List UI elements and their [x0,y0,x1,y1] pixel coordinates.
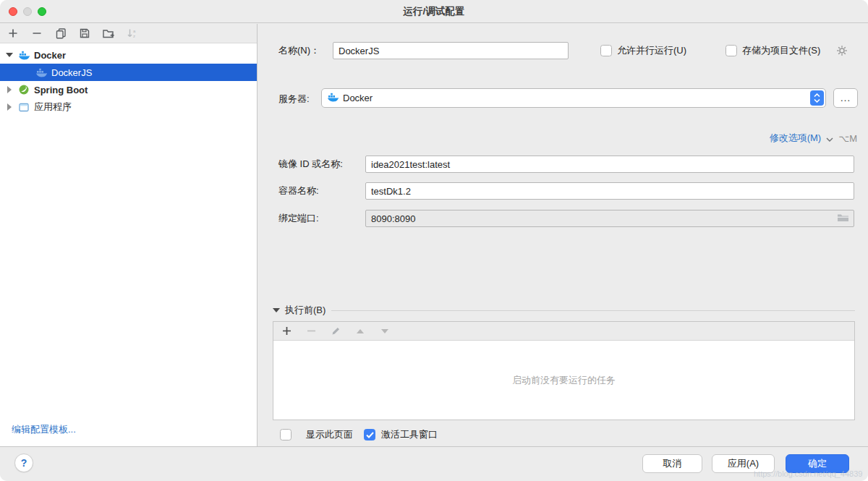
bind-ports-label: 绑定端口: [278,210,319,227]
ok-button[interactable]: 确定 [786,454,849,473]
titlebar: 运行/调试配置 [0,0,868,23]
tree-item-label: Docker [34,50,66,61]
add-icon[interactable] [7,27,19,39]
sort-alphabetically-icon[interactable]: az [127,27,138,39]
before-launch-header[interactable]: 执行前(B) [273,304,855,317]
dialog-footer: ? 取消 应用(A) 确定 [0,446,868,481]
zoom-button[interactable] [38,7,46,16]
server-select-value: Docker [343,93,373,103]
bind-ports-input[interactable] [365,210,854,227]
before-launch-toolbar [273,322,854,341]
activate-tool-window-label: 激活工具窗口 [381,427,438,442]
tree-item-label: DockerJS [51,67,92,78]
close-button[interactable] [9,7,17,16]
tree-item-dockerjs[interactable]: DockerJS [0,64,257,81]
configuration-form: 名称(N)： 允许并行运行(U) 存储为项目文件(S) 服务器: Docker … [258,23,868,446]
store-as-project-file-label: 存储为项目文件(S) [742,43,820,58]
docker-icon [328,93,339,104]
tree-item-label: Spring Boot [34,85,88,95]
store-as-project-file-checkbox[interactable] [726,45,737,56]
expand-triangle-icon[interactable] [5,103,14,111]
svg-text:z: z [133,34,135,38]
server-label: 服务器: [278,89,310,106]
tree-item-spring-boot[interactable]: Spring Boot [0,81,257,98]
application-icon [18,103,30,112]
minimize-button [23,7,32,16]
window-title: 运行/调试配置 [0,0,868,22]
server-select[interactable]: Docker [321,88,826,108]
store-options-gear-icon[interactable] [836,45,848,59]
collapse-triangle-icon[interactable] [5,53,14,57]
container-name-input[interactable] [365,182,854,200]
activate-tool-window-checkbox[interactable] [364,429,375,440]
expand-triangle-icon[interactable] [5,86,14,93]
configurations-tree: Docker DockerJS Spring Boot 应 [0,43,257,116]
tree-item-docker[interactable]: Docker [0,46,257,64]
name-label: 名称(N)： [278,42,320,59]
tree-item-label: 应用程序 [34,101,72,114]
edit-configuration-templates-link[interactable]: 编辑配置模板... [12,423,76,436]
edit-task-pencil-icon[interactable] [330,325,341,337]
add-task-icon[interactable] [281,325,292,337]
cancel-button[interactable]: 取消 [642,454,702,473]
allow-parallel-label: 允许并行运行(U) [617,43,686,58]
image-id-label: 镜像 ID 或名称: [278,156,343,173]
configurations-panel: az Docker DockerJS [0,24,258,446]
modify-options-shortcut: ⌥M [838,133,857,144]
chevron-down-icon [826,133,833,144]
image-id-input[interactable] [365,156,854,173]
spring-boot-icon [18,85,30,95]
help-button[interactable]: ? [14,454,33,472]
show-this-page-checkbox[interactable] [280,429,292,440]
remove-icon[interactable] [31,27,43,39]
container-name-label: 容器名称: [278,182,319,200]
browse-folder-icon[interactable] [837,213,849,224]
configurations-toolbar: az [0,24,257,43]
tree-item-application[interactable]: 应用程序 [0,98,257,116]
before-launch-empty-text: 启动前没有要运行的任务 [273,341,854,420]
docker-icon [35,68,47,77]
move-down-icon[interactable] [379,325,391,337]
show-this-page-label: 显示此页面 [306,427,353,442]
allow-parallel-checkbox[interactable] [600,45,612,56]
before-launch-tasks-panel: 启动前没有要运行的任务 [273,321,855,420]
select-stepper-icon[interactable] [810,90,824,106]
remove-task-icon[interactable] [305,325,317,337]
move-up-icon[interactable] [354,325,366,337]
name-input[interactable] [333,42,569,59]
docker-icon [18,51,30,60]
before-launch-title: 执行前(B) [285,304,326,317]
move-to-new-folder-icon[interactable] [103,27,114,39]
divider [331,310,855,311]
save-configuration-icon[interactable] [79,27,90,39]
run-debug-configurations-dialog: 运行/调试配置 az [0,0,868,481]
svg-text:a: a [133,29,136,33]
modify-options-link[interactable]: 修改选项(M) [770,132,822,145]
apply-button[interactable]: 应用(A) [712,454,775,473]
collapse-triangle-icon [273,308,280,312]
traffic-lights [9,7,46,16]
modify-options-row: 修改选项(M) ⌥M [770,132,857,145]
copy-configuration-icon[interactable] [55,27,67,39]
server-more-button[interactable]: … [833,88,858,108]
